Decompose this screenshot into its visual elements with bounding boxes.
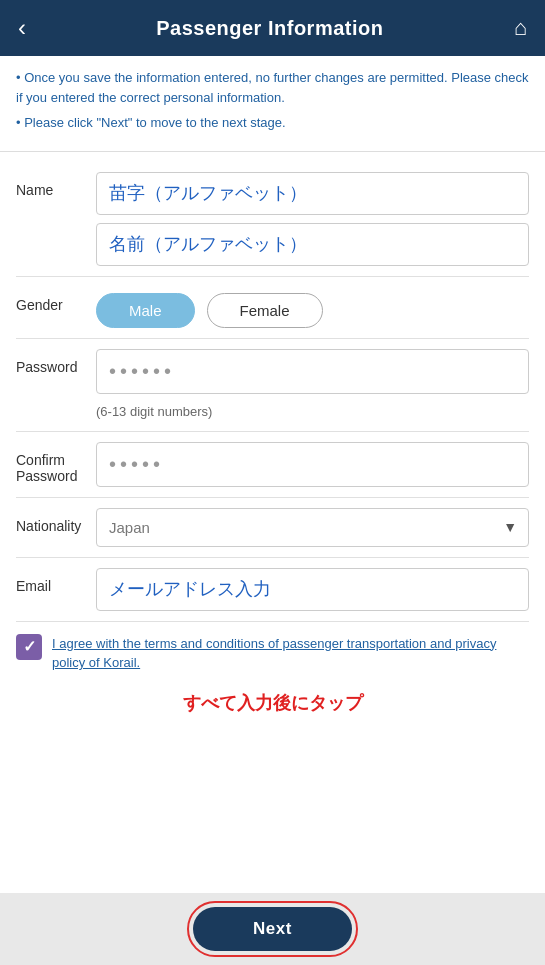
email-input[interactable] <box>96 568 529 611</box>
name-row: Name <box>0 162 545 276</box>
female-button[interactable]: Female <box>207 293 323 328</box>
confirm-password-input[interactable] <box>96 442 529 487</box>
next-button-wrapper: Next <box>193 907 352 951</box>
email-inputs <box>96 568 529 611</box>
nationality-select-wrapper: Japan USA China Korea ▼ <box>96 508 529 547</box>
confirm-password-inputs <box>96 442 529 487</box>
gender-buttons: Male Female <box>96 287 323 328</box>
header: ‹ Passenger Information ⌂ <box>0 0 545 56</box>
password-label: Password <box>16 349 96 375</box>
confirm-password-row: ConfirmPassword <box>0 432 545 497</box>
agreement-checkbox[interactable]: ✓ <box>16 634 42 660</box>
nationality-label: Nationality <box>16 508 96 534</box>
nationality-row: Nationality Japan USA China Korea ▼ <box>0 498 545 557</box>
name-label: Name <box>16 172 96 198</box>
footer: Next <box>0 893 545 965</box>
agreement-text[interactable]: I agree with the terms and conditions of… <box>52 634 529 673</box>
male-button[interactable]: Male <box>96 293 195 328</box>
info-line-1: Once you save the information entered, n… <box>16 68 529 107</box>
nationality-select[interactable]: Japan USA China Korea <box>96 508 529 547</box>
name-inputs <box>96 172 529 266</box>
confirm-password-label: ConfirmPassword <box>16 442 96 484</box>
checkmark-icon: ✓ <box>23 637 36 656</box>
tap-instruction: すべて入力後にタップ <box>0 685 545 719</box>
password-row: Password (6-13 digit numbers) <box>0 339 545 431</box>
agreement-row: ✓ I agree with the terms and conditions … <box>0 622 545 685</box>
first-name-input[interactable] <box>96 223 529 266</box>
home-icon[interactable]: ⌂ <box>514 15 527 41</box>
password-inputs: (6-13 digit numbers) <box>96 349 529 421</box>
nationality-inputs: Japan USA China Korea ▼ <box>96 508 529 547</box>
back-icon[interactable]: ‹ <box>18 14 26 42</box>
gender-label: Gender <box>16 287 96 313</box>
info-box: Once you save the information entered, n… <box>0 56 545 152</box>
email-label: Email <box>16 568 96 594</box>
password-input[interactable] <box>96 349 529 394</box>
last-name-input[interactable] <box>96 172 529 215</box>
next-button[interactable]: Next <box>193 907 352 951</box>
password-hint: (6-13 digit numbers) <box>96 402 529 421</box>
info-line-2: Please click "Next" to move to the next … <box>16 113 529 133</box>
email-row: Email <box>0 558 545 621</box>
page-title: Passenger Information <box>156 17 383 40</box>
form-container: Name Gender Male Female Password (6-13 d… <box>0 152 545 894</box>
gender-row: Gender Male Female <box>0 277 545 338</box>
